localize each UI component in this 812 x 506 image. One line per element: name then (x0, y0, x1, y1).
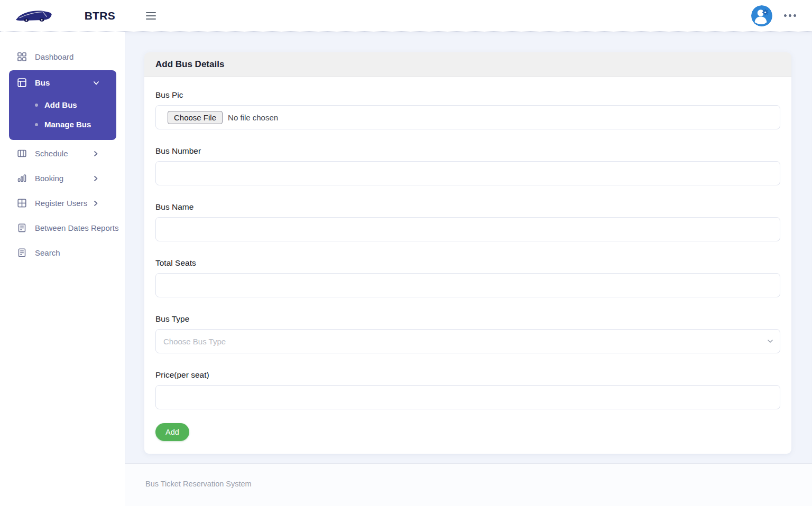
sidebar-item-label: Register Users (35, 199, 87, 208)
gear-icon (762, 9, 769, 15)
add-bus-details-card: Add Bus Details Bus Pic Choose File No f… (144, 52, 791, 454)
sidebar-item-label: Between Dates Reports (35, 223, 118, 232)
sidebar-toggle-hamburger-icon[interactable] (146, 12, 156, 20)
add-button[interactable]: Add (155, 423, 189, 441)
bus-name-label: Bus Name (155, 202, 780, 212)
bus-name-input[interactable] (155, 217, 780, 241)
app-title: BTRS (85, 10, 115, 22)
bullet-icon (35, 123, 38, 126)
sidebar-group-bus: Bus Add Bus Manage Bus (9, 70, 116, 140)
header-actions (751, 5, 812, 26)
more-options-ellipsis-icon[interactable] (784, 14, 796, 17)
sidebar-subitem-manage-bus[interactable]: Manage Bus (9, 115, 116, 134)
chevron-down-icon (93, 79, 100, 87)
bus-number-input[interactable] (155, 161, 780, 185)
sidebar-subitem-label: Add Bus (44, 100, 77, 109)
file-status-text: No file chosen (228, 113, 278, 122)
profile-avatar-icon[interactable] (751, 5, 772, 26)
sidebar-item-booking[interactable]: Booking (0, 166, 125, 191)
top-navbar: BTRS (0, 0, 812, 32)
sidebar-item-search[interactable]: Search (0, 240, 125, 265)
total-seats-input[interactable] (155, 273, 780, 297)
footer: Bus Ticket Reservation System (125, 463, 812, 506)
bus-number-group: Bus Number (155, 146, 780, 185)
bus-name-group: Bus Name (155, 202, 780, 241)
total-seats-group: Total Seats (155, 258, 780, 297)
choose-file-button[interactable]: Choose File (168, 111, 223, 124)
bus-type-group: Bus Type Choose Bus Type (155, 314, 780, 353)
bus-logo-icon (14, 7, 55, 25)
sidebar: Dashboard Bus Add Bus Manage Bus (0, 32, 125, 506)
brand-area[interactable]: BTRS (0, 0, 125, 31)
chevron-right-icon (92, 175, 99, 182)
table-icon (17, 199, 26, 208)
bus-type-label: Bus Type (155, 314, 780, 324)
sidebar-item-dashboard[interactable]: Dashboard (0, 44, 125, 69)
sidebar-item-bus[interactable]: Bus (9, 70, 116, 95)
price-input[interactable] (155, 385, 780, 409)
sidebar-item-schedule[interactable]: Schedule (0, 141, 125, 166)
sidebar-item-label: Dashboard (35, 52, 73, 61)
chevron-right-icon (92, 200, 99, 207)
file-text-icon (17, 223, 26, 232)
sidebar-item-label: Booking (35, 174, 63, 183)
price-group: Price(per seat) (155, 370, 780, 409)
sidebar-item-label: Schedule (35, 149, 68, 158)
main-content: Add Bus Details Bus Pic Choose File No f… (125, 32, 812, 506)
sidebar-subitem-add-bus[interactable]: Add Bus (9, 95, 116, 115)
total-seats-label: Total Seats (155, 258, 780, 268)
columns-icon (17, 149, 26, 158)
bus-pic-file-input[interactable]: Choose File No file chosen (155, 105, 780, 129)
bar-chart-icon (17, 174, 26, 183)
file-text-icon (17, 248, 26, 257)
sidebar-item-between-dates-reports[interactable]: Between Dates Reports (0, 215, 125, 240)
grid-icon (17, 52, 26, 61)
bus-type-select[interactable]: Choose Bus Type (155, 329, 780, 353)
price-label: Price(per seat) (155, 370, 780, 380)
card-title: Add Bus Details (144, 52, 791, 77)
sidebar-item-register-users[interactable]: Register Users (0, 191, 125, 215)
sidebar-subitem-label: Manage Bus (44, 120, 91, 129)
bus-pic-group: Bus Pic Choose File No file chosen (155, 90, 780, 129)
sidebar-item-label: Bus (35, 78, 50, 87)
sidebar-item-label: Search (35, 248, 60, 257)
footer-text: Bus Ticket Reservation System (145, 480, 252, 488)
bullet-icon (35, 104, 38, 107)
add-bus-form: Bus Pic Choose File No file chosen Bus N… (144, 77, 791, 454)
layout-icon (17, 78, 26, 87)
chevron-right-icon (92, 150, 99, 157)
bus-pic-label: Bus Pic (155, 90, 780, 100)
bus-number-label: Bus Number (155, 146, 780, 156)
